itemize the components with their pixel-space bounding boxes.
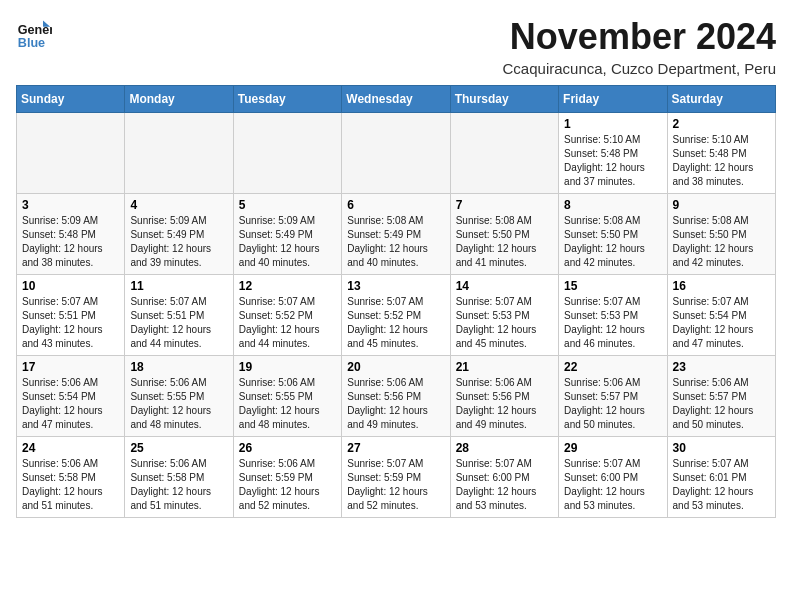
day-number: 13 <box>347 279 444 293</box>
day-detail: Sunrise: 5:07 AM Sunset: 6:01 PM Dayligh… <box>673 458 754 511</box>
day-number: 15 <box>564 279 661 293</box>
week-row-1: 1Sunrise: 5:10 AM Sunset: 5:48 PM Daylig… <box>17 113 776 194</box>
day-cell: 8Sunrise: 5:08 AM Sunset: 5:50 PM Daylig… <box>559 194 667 275</box>
day-number: 11 <box>130 279 227 293</box>
day-detail: Sunrise: 5:06 AM Sunset: 5:59 PM Dayligh… <box>239 458 320 511</box>
day-cell <box>233 113 341 194</box>
day-number: 17 <box>22 360 119 374</box>
weekday-wednesday: Wednesday <box>342 86 450 113</box>
weekday-monday: Monday <box>125 86 233 113</box>
weekday-friday: Friday <box>559 86 667 113</box>
day-detail: Sunrise: 5:08 AM Sunset: 5:50 PM Dayligh… <box>564 215 645 268</box>
day-cell: 7Sunrise: 5:08 AM Sunset: 5:50 PM Daylig… <box>450 194 558 275</box>
day-cell: 17Sunrise: 5:06 AM Sunset: 5:54 PM Dayli… <box>17 356 125 437</box>
day-cell: 18Sunrise: 5:06 AM Sunset: 5:55 PM Dayli… <box>125 356 233 437</box>
day-number: 24 <box>22 441 119 455</box>
day-cell: 14Sunrise: 5:07 AM Sunset: 5:53 PM Dayli… <box>450 275 558 356</box>
day-cell: 4Sunrise: 5:09 AM Sunset: 5:49 PM Daylig… <box>125 194 233 275</box>
day-cell: 11Sunrise: 5:07 AM Sunset: 5:51 PM Dayli… <box>125 275 233 356</box>
day-cell: 16Sunrise: 5:07 AM Sunset: 5:54 PM Dayli… <box>667 275 775 356</box>
day-cell: 19Sunrise: 5:06 AM Sunset: 5:55 PM Dayli… <box>233 356 341 437</box>
day-number: 16 <box>673 279 770 293</box>
day-detail: Sunrise: 5:07 AM Sunset: 5:59 PM Dayligh… <box>347 458 428 511</box>
day-number: 12 <box>239 279 336 293</box>
weekday-tuesday: Tuesday <box>233 86 341 113</box>
day-number: 14 <box>456 279 553 293</box>
calendar-body: 1Sunrise: 5:10 AM Sunset: 5:48 PM Daylig… <box>17 113 776 518</box>
day-number: 2 <box>673 117 770 131</box>
day-cell: 5Sunrise: 5:09 AM Sunset: 5:49 PM Daylig… <box>233 194 341 275</box>
day-detail: Sunrise: 5:06 AM Sunset: 5:55 PM Dayligh… <box>130 377 211 430</box>
day-number: 22 <box>564 360 661 374</box>
day-cell: 15Sunrise: 5:07 AM Sunset: 5:53 PM Dayli… <box>559 275 667 356</box>
day-number: 30 <box>673 441 770 455</box>
day-number: 1 <box>564 117 661 131</box>
day-detail: Sunrise: 5:06 AM Sunset: 5:54 PM Dayligh… <box>22 377 103 430</box>
day-detail: Sunrise: 5:07 AM Sunset: 5:53 PM Dayligh… <box>564 296 645 349</box>
day-cell: 22Sunrise: 5:06 AM Sunset: 5:57 PM Dayli… <box>559 356 667 437</box>
logo-icon: General Blue <box>16 16 52 52</box>
weekday-saturday: Saturday <box>667 86 775 113</box>
calendar-table: SundayMondayTuesdayWednesdayThursdayFrid… <box>16 85 776 518</box>
header: General Blue November 2024 Ccaquiracunca… <box>16 16 776 77</box>
day-detail: Sunrise: 5:07 AM Sunset: 6:00 PM Dayligh… <box>456 458 537 511</box>
day-number: 9 <box>673 198 770 212</box>
day-cell: 27Sunrise: 5:07 AM Sunset: 5:59 PM Dayli… <box>342 437 450 518</box>
day-number: 3 <box>22 198 119 212</box>
day-detail: Sunrise: 5:06 AM Sunset: 5:57 PM Dayligh… <box>564 377 645 430</box>
weekday-header-row: SundayMondayTuesdayWednesdayThursdayFrid… <box>17 86 776 113</box>
day-detail: Sunrise: 5:07 AM Sunset: 5:53 PM Dayligh… <box>456 296 537 349</box>
day-number: 5 <box>239 198 336 212</box>
day-cell: 24Sunrise: 5:06 AM Sunset: 5:58 PM Dayli… <box>17 437 125 518</box>
day-number: 20 <box>347 360 444 374</box>
day-cell <box>450 113 558 194</box>
day-number: 7 <box>456 198 553 212</box>
day-detail: Sunrise: 5:06 AM Sunset: 5:56 PM Dayligh… <box>456 377 537 430</box>
day-cell: 28Sunrise: 5:07 AM Sunset: 6:00 PM Dayli… <box>450 437 558 518</box>
day-cell: 3Sunrise: 5:09 AM Sunset: 5:48 PM Daylig… <box>17 194 125 275</box>
day-detail: Sunrise: 5:10 AM Sunset: 5:48 PM Dayligh… <box>564 134 645 187</box>
day-number: 19 <box>239 360 336 374</box>
week-row-2: 3Sunrise: 5:09 AM Sunset: 5:48 PM Daylig… <box>17 194 776 275</box>
day-detail: Sunrise: 5:08 AM Sunset: 5:50 PM Dayligh… <box>456 215 537 268</box>
day-detail: Sunrise: 5:06 AM Sunset: 5:58 PM Dayligh… <box>22 458 103 511</box>
location-title: Ccaquiracunca, Cuzco Department, Peru <box>503 60 776 77</box>
svg-text:Blue: Blue <box>18 36 45 50</box>
day-cell <box>17 113 125 194</box>
day-number: 28 <box>456 441 553 455</box>
day-cell: 12Sunrise: 5:07 AM Sunset: 5:52 PM Dayli… <box>233 275 341 356</box>
day-detail: Sunrise: 5:09 AM Sunset: 5:48 PM Dayligh… <box>22 215 103 268</box>
weekday-thursday: Thursday <box>450 86 558 113</box>
day-detail: Sunrise: 5:08 AM Sunset: 5:50 PM Dayligh… <box>673 215 754 268</box>
logo: General Blue <box>16 16 52 52</box>
day-detail: Sunrise: 5:07 AM Sunset: 5:54 PM Dayligh… <box>673 296 754 349</box>
day-number: 27 <box>347 441 444 455</box>
day-cell: 6Sunrise: 5:08 AM Sunset: 5:49 PM Daylig… <box>342 194 450 275</box>
month-title: November 2024 <box>503 16 776 58</box>
day-number: 10 <box>22 279 119 293</box>
day-number: 29 <box>564 441 661 455</box>
day-detail: Sunrise: 5:07 AM Sunset: 6:00 PM Dayligh… <box>564 458 645 511</box>
day-number: 26 <box>239 441 336 455</box>
week-row-5: 24Sunrise: 5:06 AM Sunset: 5:58 PM Dayli… <box>17 437 776 518</box>
day-cell: 25Sunrise: 5:06 AM Sunset: 5:58 PM Dayli… <box>125 437 233 518</box>
day-detail: Sunrise: 5:06 AM Sunset: 5:56 PM Dayligh… <box>347 377 428 430</box>
day-cell: 20Sunrise: 5:06 AM Sunset: 5:56 PM Dayli… <box>342 356 450 437</box>
day-number: 6 <box>347 198 444 212</box>
weekday-sunday: Sunday <box>17 86 125 113</box>
day-cell: 30Sunrise: 5:07 AM Sunset: 6:01 PM Dayli… <box>667 437 775 518</box>
day-detail: Sunrise: 5:07 AM Sunset: 5:52 PM Dayligh… <box>347 296 428 349</box>
day-cell <box>125 113 233 194</box>
day-detail: Sunrise: 5:08 AM Sunset: 5:49 PM Dayligh… <box>347 215 428 268</box>
day-number: 8 <box>564 198 661 212</box>
day-cell: 10Sunrise: 5:07 AM Sunset: 5:51 PM Dayli… <box>17 275 125 356</box>
title-area: November 2024 Ccaquiracunca, Cuzco Depar… <box>503 16 776 77</box>
day-detail: Sunrise: 5:06 AM Sunset: 5:57 PM Dayligh… <box>673 377 754 430</box>
day-cell: 23Sunrise: 5:06 AM Sunset: 5:57 PM Dayli… <box>667 356 775 437</box>
day-number: 21 <box>456 360 553 374</box>
day-cell: 9Sunrise: 5:08 AM Sunset: 5:50 PM Daylig… <box>667 194 775 275</box>
day-cell: 21Sunrise: 5:06 AM Sunset: 5:56 PM Dayli… <box>450 356 558 437</box>
day-detail: Sunrise: 5:10 AM Sunset: 5:48 PM Dayligh… <box>673 134 754 187</box>
day-cell: 29Sunrise: 5:07 AM Sunset: 6:00 PM Dayli… <box>559 437 667 518</box>
day-cell: 26Sunrise: 5:06 AM Sunset: 5:59 PM Dayli… <box>233 437 341 518</box>
